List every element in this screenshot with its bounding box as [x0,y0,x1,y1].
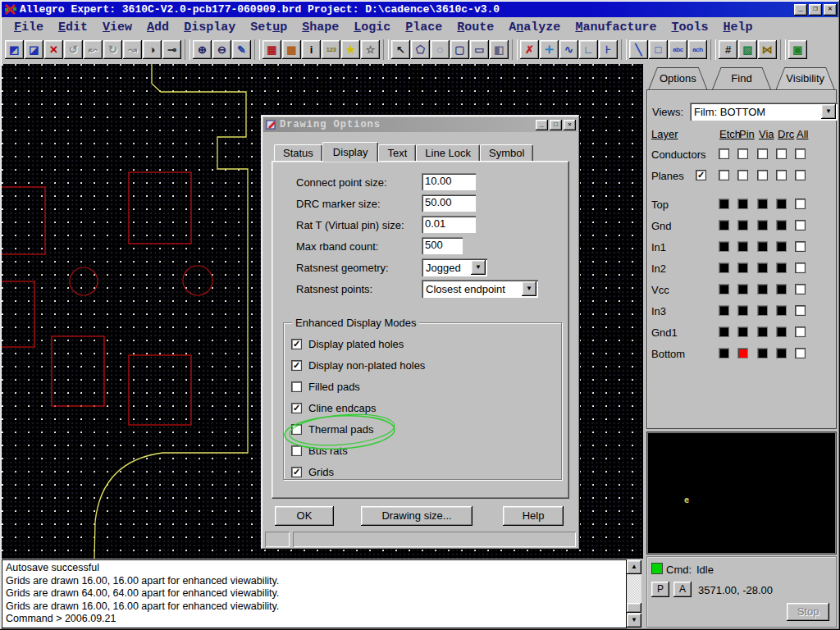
swatch-vcc-via[interactable] [757,284,768,294]
toolbar-constraints-button[interactable]: ⋈ [758,40,777,59]
checkbox-box[interactable] [291,381,302,392]
checkbox-planes-all[interactable] [795,170,806,180]
dialog-maximize-button[interactable]: □ [550,120,562,130]
toolbar-zoom-out-button[interactable]: ⊖ [212,40,231,59]
dialog-minimize-button[interactable]: _ [536,120,548,130]
checkbox-display-plated-holes[interactable]: ✓Display plated holes [291,336,404,351]
drawing-size-button[interactable]: Drawing size... [361,506,472,526]
dialog-tab-status[interactable]: Status [274,144,322,162]
toolbar-rats-components-button[interactable]: ◪ [25,40,43,59]
restore-button[interactable]: ❐ [809,4,822,16]
swatch-gnd1-via[interactable] [757,326,768,337]
toolbar-select-cursor-button[interactable]: ↖ [391,40,410,59]
scroll-up-icon[interactable]: ▲ [627,560,641,574]
swatch-in3-etch[interactable] [719,305,729,316]
checkbox-bottom-all[interactable] [795,348,806,358]
swatch-bottom-via[interactable] [757,348,768,358]
dialog-tab-display[interactable]: Display [322,142,379,162]
column-header-drc[interactable]: Drc [778,128,794,140]
toolbar-undo-button[interactable]: ↺ [64,40,83,59]
toolbar-drc-status-button[interactable]: ▣ [788,40,807,59]
menu-item-tools[interactable]: Tools [664,19,715,36]
toolbar-cancel-button[interactable]: ↜ [84,40,103,59]
checkbox-planes-via[interactable] [757,170,768,180]
checkbox-box[interactable]: ✓ [291,360,302,371]
checkbox-in3-all[interactable] [795,305,806,316]
checkbox-conductors-pin[interactable] [737,148,748,159]
swatch-top-via[interactable] [757,199,768,209]
toolbar-text-edit-button[interactable]: ach [688,40,707,59]
panel-tab-options[interactable]: Options [648,67,708,90]
swatch-vcc-drc[interactable] [776,284,787,294]
checkbox-thermal-pads[interactable]: Thermal pads [291,422,373,436]
chevron-down-icon[interactable]: ▼ [471,260,486,275]
menu-item-route[interactable]: Route [450,19,501,36]
menu-item-manufacture[interactable]: Manufacture [568,19,664,36]
swatch-gnd-drc[interactable] [776,220,787,231]
swatch-in3-via[interactable] [757,305,768,316]
checkbox-box[interactable]: ✓ [291,403,302,413]
swatch-gnd-etch[interactable] [719,220,729,231]
toolbar-vertex-edit-button[interactable]: ⊦ [599,40,618,59]
checkbox-conductors-drc[interactable] [776,148,787,159]
checkbox-box[interactable] [291,424,302,435]
checkbox-gnd-all[interactable] [795,220,806,231]
toolbar-redo-button[interactable]: ↻ [103,40,122,59]
swatch-bottom-drc[interactable] [776,348,787,358]
menu-item-display[interactable]: Display [176,19,243,36]
menu-item-help[interactable]: Help [715,19,760,36]
menu-item-add[interactable]: Add [139,19,176,36]
dialog-tab-line-lock[interactable]: Line Lock [416,144,480,162]
swatch-gnd1-drc[interactable] [776,326,787,337]
panel-tab-visibility[interactable]: Visibility [775,67,835,90]
help-button[interactable]: Help [503,506,564,526]
toolbar-dehighlight-button[interactable]: ☆ [361,40,380,59]
swatch-vcc-pin[interactable] [737,284,748,294]
toolbar-color-priority-button[interactable]: ▩ [282,40,301,59]
input-max-rband-count[interactable]: 500 [422,237,463,254]
column-header-etch[interactable]: Etch [719,128,741,140]
toolbar-create-detour-button[interactable]: ∟ [579,40,598,59]
column-header-layer[interactable]: Layer [651,128,678,140]
checkbox-planes[interactable]: ✓ [696,170,706,180]
swatch-top-pin[interactable] [737,199,748,209]
toolbar-define-grid-button[interactable]: # [719,40,737,59]
toolbar-shape-void-button[interactable]: ▭ [470,40,489,59]
toolbar-shape-circular-button[interactable]: ◌ [431,40,450,59]
swatch-in1-via[interactable] [757,241,768,252]
checkbox-grids[interactable]: ✓Grids [291,464,334,479]
views-dropdown[interactable]: Film: BOTTOM ▼ [690,103,838,121]
menu-item-edit[interactable]: Edit [51,19,95,36]
console-scrollbar[interactable]: ▲ ▼ [627,560,641,628]
swatch-top-etch[interactable] [719,199,729,209]
checkbox-cline-endcaps[interactable]: ✓Cline endcaps [291,400,376,415]
swatch-in2-etch[interactable] [719,262,729,273]
menu-item-view[interactable]: View [95,19,139,36]
checkbox-planes-pin[interactable] [737,170,748,180]
toolbar-highlight-button[interactable]: ★ [341,40,360,59]
menu-item-setup[interactable]: Setup [243,19,294,36]
checkbox-planes-drc[interactable] [776,170,787,180]
input-drc-marker-size[interactable]: 50.00 [422,194,476,212]
swatch-gnd1-pin[interactable] [737,326,748,337]
swatch-in3-pin[interactable] [737,305,748,316]
chevron-down-icon[interactable]: ▼ [821,104,836,119]
checkbox-bus-rats[interactable]: Bus rats [291,443,348,458]
checkbox-box[interactable]: ✓ [291,339,302,349]
window-titlebar[interactable]: Allegro Expert: 3610C-V2.0-pcb177-060909… [2,2,838,17]
dialog-tab-text[interactable]: Text [378,144,416,162]
minimize-button[interactable]: _ [794,4,807,16]
column-header-pin[interactable]: Pin [739,128,755,140]
close-button[interactable]: ✕ [824,4,837,16]
toolbar-add-line-button[interactable]: ╲ [629,40,648,59]
absolute-button[interactable]: A [673,582,692,597]
checkbox-gnd1-all[interactable] [795,326,806,337]
stop-button[interactable]: Stop [787,603,829,621]
swatch-in3-drc[interactable] [776,305,787,316]
checkbox-in1-all[interactable] [795,241,806,252]
input-connect-point-size[interactable]: 10.00 [422,173,476,190]
swatch-in2-pin[interactable] [737,262,748,273]
swatch-vcc-etch[interactable] [719,284,729,294]
world-view[interactable]: e [647,432,836,554]
toolbar-slide-button[interactable]: ∿ [559,40,578,59]
